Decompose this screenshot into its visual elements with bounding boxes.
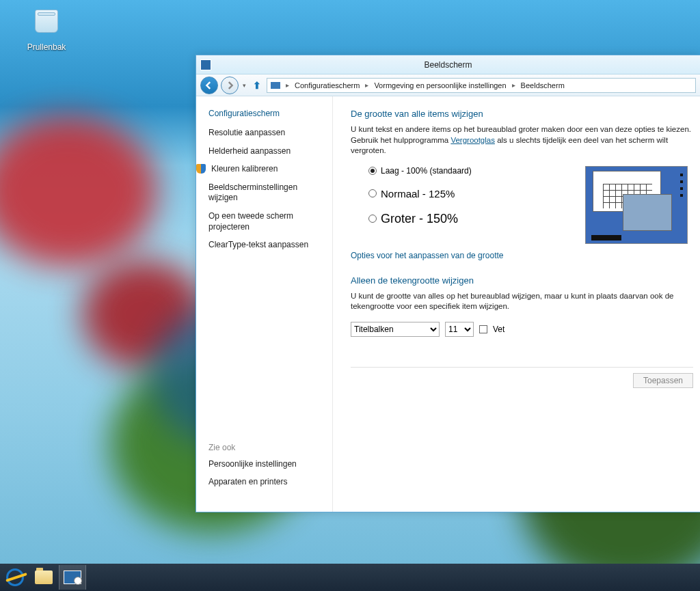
taskbar-ie-button[interactable] bbox=[1, 565, 29, 590]
sidebar: Configuratiescherm Resolutie aanpassen H… bbox=[196, 96, 333, 512]
address-breadcrumb[interactable]: ▸ Configuratiescherm ▸ Vormgeving en per… bbox=[267, 78, 696, 93]
radio-label: Groter - 150% bbox=[381, 212, 458, 226]
magnifier-link[interactable]: Vergrootglas bbox=[450, 136, 495, 144]
chevron-right-icon: ▸ bbox=[510, 81, 517, 89]
recycle-bin-label: Prullenbak bbox=[19, 42, 74, 52]
radio-label: Laag - 100% (standaard) bbox=[381, 166, 472, 176]
content-pane: De grootte van alle items wijzigen U kun… bbox=[333, 96, 700, 512]
radio-button-icon[interactable] bbox=[368, 215, 377, 223]
taskbar-control-panel-button[interactable] bbox=[59, 565, 86, 590]
bold-label: Vet bbox=[493, 325, 504, 334]
window-title: Beeldscherm bbox=[424, 60, 472, 70]
scaling-preview-illustration bbox=[585, 166, 688, 244]
radio-button-icon[interactable] bbox=[368, 189, 377, 197]
radio-button-icon[interactable] bbox=[368, 167, 377, 175]
nav-back-button[interactable] bbox=[200, 77, 218, 94]
see-also-devices[interactable]: Apparaten en printers bbox=[208, 477, 332, 488]
breadcrumb-item[interactable]: Beeldscherm bbox=[519, 81, 567, 90]
nav-forward-button[interactable] bbox=[221, 77, 239, 94]
sidebar-link-display-settings[interactable]: Beeldscherminstellingen wijzigen bbox=[208, 182, 332, 204]
nav-history-dropdown-icon[interactable]: ▾ bbox=[243, 82, 246, 89]
nav-up-button[interactable]: ⬆ bbox=[250, 79, 264, 92]
window-body: Configuratiescherm Resolutie aanpassen H… bbox=[196, 96, 700, 512]
radio-label: Normaal - 125% bbox=[381, 188, 455, 200]
chevron-right-icon: ▸ bbox=[284, 81, 291, 89]
display-settings-window: Beeldscherm ▾ ⬆ ▸ Configuratiescherm ▸ V… bbox=[196, 55, 700, 512]
sidebar-link-calibrate[interactable]: Kleuren kalibreren bbox=[208, 164, 332, 175]
taskbar-explorer-button[interactable] bbox=[30, 565, 57, 590]
recycle-bin-icon bbox=[31, 10, 62, 41]
section-textsize-title: Alleen de tekengrootte wijzigen bbox=[351, 275, 693, 286]
sidebar-link-project[interactable]: Op een tweede scherm projecteren bbox=[208, 211, 332, 232]
file-explorer-icon bbox=[35, 571, 53, 584]
window-icon bbox=[200, 59, 211, 70]
see-also-personalization[interactable]: Persoonlijke instellingen bbox=[208, 459, 332, 470]
sidebar-home-link[interactable]: Configuratiescherm bbox=[208, 109, 332, 118]
font-size-select[interactable]: 11 bbox=[445, 322, 474, 337]
internet-explorer-icon bbox=[6, 568, 24, 586]
control-panel-icon bbox=[270, 81, 281, 90]
radio-option-low[interactable]: Laag - 100% (standaard) bbox=[368, 166, 565, 176]
radio-option-larger[interactable]: Groter - 150% bbox=[368, 212, 565, 226]
sidebar-link-cleartype[interactable]: ClearType-tekst aanpassen bbox=[208, 240, 332, 251]
window-titlebar[interactable]: Beeldscherm bbox=[196, 55, 700, 74]
section-resize-title: De grootte van alle items wijzigen bbox=[351, 109, 693, 119]
control-panel-icon bbox=[64, 571, 81, 584]
bold-checkbox[interactable] bbox=[479, 325, 487, 333]
apply-button[interactable]: Toepassen bbox=[633, 373, 693, 388]
taskbar[interactable] bbox=[0, 564, 700, 591]
navigation-toolbar: ▾ ⬆ ▸ Configuratiescherm ▸ Vormgeving en… bbox=[196, 74, 700, 96]
section-resize-description: U kunt tekst en andere items op het bure… bbox=[351, 124, 693, 156]
chevron-right-icon: ▸ bbox=[363, 81, 371, 89]
item-select[interactable]: Titelbalken bbox=[351, 322, 440, 337]
shield-icon bbox=[196, 164, 206, 174]
sidebar-link-resolution[interactable]: Resolutie aanpassen bbox=[208, 128, 332, 139]
radio-option-normal[interactable]: Normaal - 125% bbox=[368, 188, 565, 200]
divider bbox=[351, 367, 693, 368]
recycle-bin-desktop-icon[interactable]: Prullenbak bbox=[19, 4, 74, 52]
size-options-link[interactable]: Opties voor het aanpassen van de grootte bbox=[351, 251, 503, 260]
see-also-heading: Zie ook bbox=[208, 443, 332, 452]
wallpaper-blob bbox=[0, 116, 157, 266]
sidebar-link-brightness[interactable]: Helderheid aanpassen bbox=[208, 146, 332, 157]
section-textsize-description: U kunt de grootte van alles op het burea… bbox=[351, 291, 693, 312]
breadcrumb-item[interactable]: Vormgeving en persoonlijke instellingen bbox=[372, 81, 508, 90]
breadcrumb-item[interactable]: Configuratiescherm bbox=[293, 81, 362, 90]
